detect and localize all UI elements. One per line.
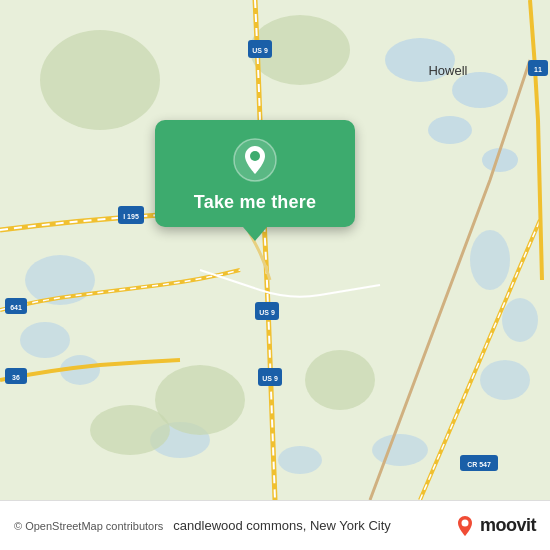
svg-text:36: 36 bbox=[12, 374, 20, 381]
svg-text:641: 641 bbox=[10, 304, 22, 311]
moovit-text: moovit bbox=[480, 515, 536, 536]
bottom-bar: © OpenStreetMap contributors candlewood … bbox=[0, 500, 550, 550]
svg-point-9 bbox=[20, 322, 70, 358]
svg-text:Howell: Howell bbox=[428, 63, 467, 78]
svg-text:11: 11 bbox=[534, 66, 542, 73]
popup-label: Take me there bbox=[194, 192, 316, 213]
map-attribution: © OpenStreetMap contributors bbox=[14, 520, 163, 532]
svg-point-6 bbox=[502, 298, 538, 342]
moovit-pin-icon bbox=[454, 515, 476, 537]
svg-text:US 9: US 9 bbox=[259, 309, 275, 316]
svg-text:US 9: US 9 bbox=[252, 47, 268, 54]
svg-point-12 bbox=[278, 446, 322, 474]
svg-text:I 195: I 195 bbox=[123, 213, 139, 220]
svg-point-5 bbox=[470, 230, 510, 290]
svg-point-14 bbox=[40, 30, 160, 130]
svg-text:US 9: US 9 bbox=[262, 375, 278, 382]
location-pin-icon bbox=[233, 138, 277, 182]
take-me-there-popup[interactable]: Take me there bbox=[155, 120, 355, 227]
svg-point-39 bbox=[250, 151, 260, 161]
svg-text:CR 547: CR 547 bbox=[467, 461, 491, 468]
svg-point-17 bbox=[305, 350, 375, 410]
svg-point-18 bbox=[90, 405, 170, 455]
map-container: US 9 US 9 US 9 I 195 641 36 CR 547 11 Ho… bbox=[0, 0, 550, 500]
svg-point-13 bbox=[372, 434, 428, 466]
location-label: candlewood commons, New York City bbox=[173, 518, 391, 533]
svg-point-40 bbox=[461, 519, 468, 526]
svg-point-7 bbox=[480, 360, 530, 400]
moovit-logo: moovit bbox=[454, 515, 536, 537]
svg-point-3 bbox=[428, 116, 472, 144]
map-background: US 9 US 9 US 9 I 195 641 36 CR 547 11 Ho… bbox=[0, 0, 550, 500]
